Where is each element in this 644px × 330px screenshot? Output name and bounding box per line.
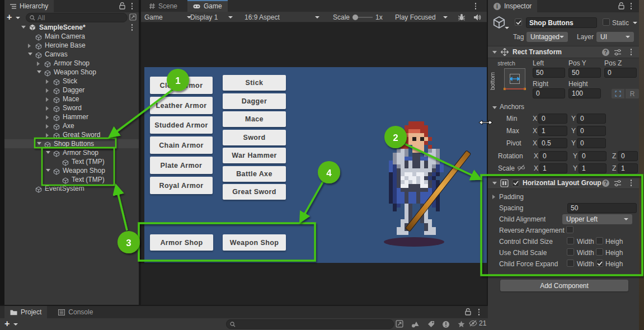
hierarchy-item-weapon-shop[interactable]: Weapon Shop xyxy=(4,166,139,175)
debug-bug-icon[interactable] xyxy=(458,12,466,22)
warning-icon[interactable] xyxy=(439,319,453,329)
scale-z-field[interactable]: 1 xyxy=(618,163,638,173)
spacing-field[interactable]: 50 xyxy=(567,203,637,213)
project-add-caret[interactable] xyxy=(13,323,18,326)
weapon-button-mace[interactable]: Mace xyxy=(223,111,286,127)
layer-dropdown[interactable]: UI xyxy=(596,32,634,42)
rotation-y-field[interactable]: 0 xyxy=(579,151,607,161)
armor-button-royal-armor[interactable]: Royal Armor xyxy=(150,177,213,194)
control-child-size-height-checkbox[interactable] xyxy=(596,237,603,244)
padding-fold[interactable] xyxy=(492,195,495,199)
rotation-z-field[interactable]: 0 xyxy=(618,151,638,161)
fold-toggle[interactable] xyxy=(37,142,41,145)
fold-toggle[interactable] xyxy=(46,79,49,84)
tab-game[interactable]: Game xyxy=(187,0,228,12)
hierarchy-item-canvas[interactable]: Canvas xyxy=(4,50,139,59)
play-focused-dropdown[interactable]: Play Focused xyxy=(395,12,448,22)
min-y-field[interactable]: 0 xyxy=(577,114,606,124)
shop-button-armor-shop[interactable]: Armor Shop xyxy=(150,234,213,251)
gameobject-name-field[interactable]: Shop Buttons xyxy=(526,17,597,28)
tab-inspector[interactable]: i Inspector xyxy=(488,0,537,12)
layout-help-icon[interactable]: ? xyxy=(602,180,609,187)
layout-group-enabled-checkbox[interactable] xyxy=(512,180,519,187)
control-child-size-width-checkbox[interactable] xyxy=(567,237,574,244)
scale-x-field[interactable]: 1 xyxy=(539,163,567,173)
inspector-lock-icon[interactable] xyxy=(618,2,624,10)
weapon-button-battle-axe[interactable]: Battle Axe xyxy=(223,166,286,182)
project-menu-kebab[interactable] xyxy=(476,308,482,316)
hierarchy-item-sword[interactable]: Sword xyxy=(4,103,139,112)
link-scale-icon[interactable] xyxy=(518,164,525,173)
gameobject-icon-caret[interactable] xyxy=(505,27,509,29)
hierarchy-item-axe[interactable]: Axe xyxy=(4,121,139,130)
favorites-star-icon[interactable] xyxy=(454,319,468,329)
game-menu-kebab[interactable] xyxy=(472,2,479,10)
use-child-scale-width-checkbox[interactable] xyxy=(567,248,574,256)
fold-toggle[interactable] xyxy=(46,115,49,120)
armor-button-leather-armor[interactable]: Leather Armor xyxy=(150,97,213,114)
tab-project[interactable]: Project xyxy=(4,306,47,318)
layout-group-header[interactable]: Horizontal Layout Group ? xyxy=(488,177,639,189)
hierarchy-item-armor-shop[interactable]: Armor Shop xyxy=(4,59,139,68)
fold-toggle[interactable] xyxy=(46,151,50,154)
game-target-dropdown[interactable]: Game xyxy=(144,12,191,22)
rect-transform-kebab[interactable] xyxy=(628,48,634,56)
hierarchy-item-stick[interactable]: Stick xyxy=(4,77,139,86)
weapon-button-war-hammer[interactable]: War Hammer xyxy=(223,148,286,163)
inspector-menu-kebab[interactable] xyxy=(628,2,634,10)
hierarchy-item-text-tmp[interactable]: Text (TMP) xyxy=(4,175,139,184)
weapon-button-great-sword[interactable]: Great Sword xyxy=(223,184,286,200)
weapon-button-sword[interactable]: Sword xyxy=(223,130,286,145)
armor-button-studded-armor[interactable]: Studded Armor xyxy=(150,116,213,134)
anchor-preview-widget[interactable] xyxy=(504,68,525,89)
fold-toggle[interactable] xyxy=(46,88,49,93)
pivot-y-field[interactable]: 0 xyxy=(577,138,606,148)
layout-group-kebab[interactable] xyxy=(628,179,634,187)
fold-toggle[interactable] xyxy=(46,97,49,102)
armor-button-chain-armor[interactable]: Chain Armor xyxy=(150,136,213,154)
aspect-dropdown[interactable]: 16:9 Aspect xyxy=(245,12,319,22)
display-dropdown[interactable]: Display 1 xyxy=(190,12,233,22)
hierarchy-item-weapon-shop[interactable]: Weapon Shop xyxy=(4,68,139,77)
min-x-field[interactable]: 0 xyxy=(538,114,567,124)
hierarchy-item-eventsystem[interactable]: EventSystem xyxy=(4,184,139,193)
hidden-objects-toggle[interactable]: 21 xyxy=(469,319,486,327)
static-caret[interactable] xyxy=(633,22,637,24)
max-x-field[interactable]: 1 xyxy=(538,126,567,136)
tab-console[interactable]: Console xyxy=(53,306,98,318)
child-force-expand-width-checkbox[interactable] xyxy=(567,260,574,267)
fold-toggle[interactable] xyxy=(37,62,40,66)
weapon-button-dagger[interactable]: Dagger xyxy=(223,93,286,109)
hierarchy-item-armor-shop[interactable]: Armor Shop xyxy=(4,148,139,157)
fold-toggle[interactable] xyxy=(28,53,32,55)
fold-toggle[interactable] xyxy=(46,169,50,172)
presets-icon[interactable] xyxy=(614,49,622,56)
scale-slider-knob[interactable] xyxy=(352,15,358,20)
max-y-field[interactable]: 0 xyxy=(577,126,606,136)
child-alignment-dropdown[interactable]: Upper Left xyxy=(562,214,632,224)
project-add-button[interactable]: + xyxy=(4,319,10,329)
child-force-expand-height-checkbox[interactable] xyxy=(596,260,603,267)
fold-toggle[interactable] xyxy=(46,124,49,129)
mute-audio-icon[interactable] xyxy=(473,12,481,22)
right-field[interactable]: 0 xyxy=(533,88,565,98)
anchors-fold[interactable] xyxy=(492,106,497,109)
fold-toggle[interactable] xyxy=(37,70,41,73)
hierarchy-item-heroine-base[interactable]: Heroine Base xyxy=(4,41,139,50)
project-search-input[interactable] xyxy=(226,319,394,329)
gameobject-active-checkbox[interactable] xyxy=(515,18,522,26)
add-component-button[interactable]: Add Component xyxy=(500,280,628,291)
filter-by-type-icon[interactable] xyxy=(408,319,422,329)
posy-field[interactable]: 50 xyxy=(568,68,601,78)
hierarchy-item-dagger[interactable]: Dagger xyxy=(4,86,139,95)
help-icon[interactable]: ? xyxy=(602,49,609,56)
scale-y-field[interactable]: 1 xyxy=(579,163,607,173)
left-field[interactable]: 50 xyxy=(533,68,565,78)
blueprint-mode-button[interactable] xyxy=(611,88,625,99)
hierarchy-item-shop-buttons[interactable]: Shop Buttons xyxy=(4,139,139,148)
posz-field[interactable]: 0 xyxy=(604,68,637,78)
armor-button-cloth-armor[interactable]: Cloth Armor xyxy=(150,77,213,94)
fold-toggle[interactable] xyxy=(28,44,31,48)
scale-slider[interactable]: Scale 1x xyxy=(333,12,383,22)
tag-dropdown[interactable]: Untagged xyxy=(527,32,568,42)
